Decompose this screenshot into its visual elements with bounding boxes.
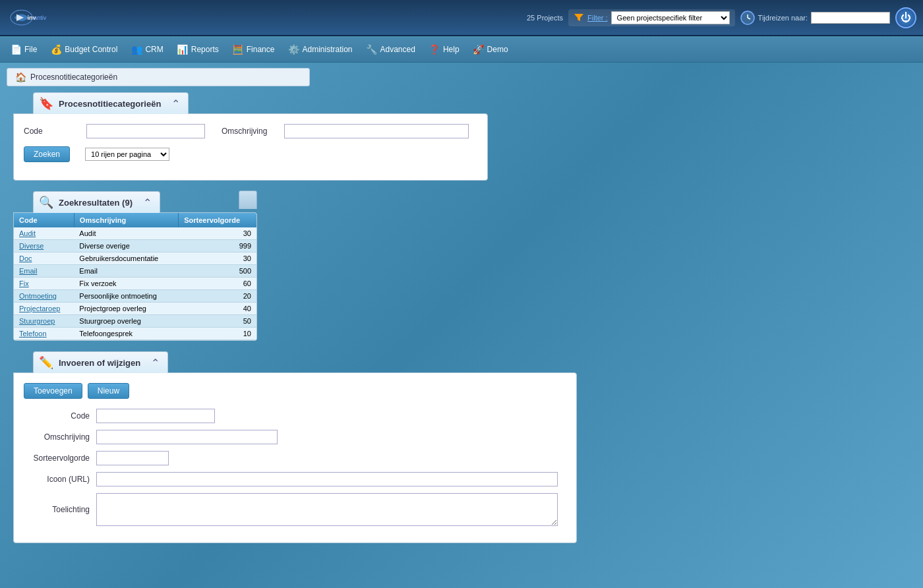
menu-item-budget-label: Budget Control: [65, 45, 117, 54]
main-content: 🔖 Procesnotitiecategorieën ⌃ Code Omschr…: [0, 92, 923, 566]
code-link[interactable]: Fix: [19, 279, 29, 287]
menu-bar: 📄 File 💰 Budget Control 👥 CRM 📊 Reports …: [0, 36, 923, 63]
results-table: Code Omschrijving Sorteervolgorde Audit …: [14, 213, 256, 340]
search-panel-collapse-btn[interactable]: ⌃: [171, 98, 180, 110]
menu-item-budget-control[interactable]: 💰 Budget Control: [44, 42, 124, 57]
edit-panel-wrapper: ✏️ Invoeren of wijzigen ⌃ Toevoegen Nieu…: [13, 351, 577, 543]
table-cell-code[interactable]: Doc: [14, 252, 74, 265]
table-cell-omschrijving: Diverse overige: [74, 240, 178, 252]
menu-item-file-label: File: [24, 45, 37, 54]
edit-row-omschrijving: Omschrijving: [24, 430, 566, 444]
table-cell-code[interactable]: Telefoon: [14, 328, 74, 340]
results-panel-wrapper: 🔍 Zoekresultaten (9) ⌃ Code Omschrijving…: [13, 191, 257, 341]
zoeken-button[interactable]: Zoeken: [24, 146, 70, 162]
edit-code-label: Code: [24, 411, 96, 421]
help-icon: ❓: [429, 44, 440, 55]
table-cell-code[interactable]: Projectaroep: [14, 303, 74, 315]
table-cell-sorteervolgorde: 40: [179, 303, 256, 315]
menu-item-help[interactable]: ❓ Help: [422, 42, 466, 57]
table-cell-code[interactable]: Ontmoeting: [14, 290, 74, 303]
table-cell-sorteervolgorde: 60: [179, 278, 256, 290]
edit-omschrijving-label: Omschrijving: [24, 432, 96, 442]
nieuw-button[interactable]: Nieuw: [88, 383, 129, 399]
edit-sorteervolgorde-input[interactable]: [96, 451, 169, 465]
search-panel-body: Code Omschrijving Zoeken 10 rijen per pa…: [13, 113, 488, 181]
menu-item-administration[interactable]: ⚙️ Administration: [281, 42, 359, 57]
table-cell-code[interactable]: Email: [14, 265, 74, 278]
logo-icon: inv antive: [7, 5, 46, 31]
table-cell-code[interactable]: Stuurgroep: [14, 315, 74, 328]
table-cell-code[interactable]: Fix: [14, 278, 74, 290]
svg-text:antive: antive: [34, 15, 46, 21]
edit-row-sorteervolgorde: Sorteervolgorde: [24, 451, 566, 465]
omschrijving-input[interactable]: [284, 124, 469, 138]
projects-count-label: 25 Projects: [527, 14, 563, 22]
results-tab-1[interactable]: [239, 191, 257, 209]
menu-item-crm[interactable]: 👥 CRM: [124, 42, 169, 57]
code-link[interactable]: Diverse: [19, 242, 44, 250]
edit-row-toelichting: Toelichting: [24, 493, 566, 526]
code-link[interactable]: Audit: [19, 229, 36, 237]
code-link[interactable]: Projectaroep: [19, 305, 60, 312]
table-cell-sorteervolgorde: 500: [179, 265, 256, 278]
table-cell-sorteervolgorde: 30: [179, 227, 256, 240]
logo-area: inv antive: [7, 5, 46, 31]
menu-item-crm-label: CRM: [145, 45, 163, 54]
omschrijving-label: Omschrijving: [222, 127, 274, 136]
edit-icoon-label: Icoon (URL): [24, 475, 96, 484]
power-button[interactable]: ⏻: [895, 7, 916, 28]
top-bar: inv antive 25 Projects Filter : Geen pro…: [0, 0, 923, 36]
edit-toelichting-label: Toelichting: [24, 505, 96, 514]
edit-omschrijving-input[interactable]: [96, 430, 278, 444]
col-header-sorteervolgorde: Sorteervolgorde: [179, 213, 256, 227]
table-row: Projectaroep Projectgroep overleg 40: [14, 303, 256, 315]
table-cell-omschrijving: Audit: [74, 227, 178, 240]
finance-icon: 🧮: [232, 44, 244, 55]
search-form-row-2: Zoeken 10 rijen per pagina 25 rijen per …: [24, 146, 477, 162]
edit-btn-row: Toevoegen Nieuw: [24, 383, 566, 399]
table-row: Telefoon Telefoongesprek 10: [14, 328, 256, 340]
menu-item-reports-label: Reports: [191, 45, 219, 54]
rows-per-page-select[interactable]: 10 rijen per pagina 25 rijen per pagina …: [85, 148, 169, 161]
code-link[interactable]: Stuurgroep: [19, 317, 55, 325]
advanced-icon: 🔧: [366, 44, 378, 55]
code-link[interactable]: Ontmoeting: [19, 292, 57, 300]
table-cell-sorteervolgorde: 10: [179, 328, 256, 340]
tijdreizen-area: Tijdreizen naar:: [740, 11, 890, 25]
menu-item-finance[interactable]: 🧮 Finance: [225, 42, 282, 57]
edit-toelichting-textarea[interactable]: [96, 493, 558, 526]
results-panel-header: 🔍 Zoekresultaten (9) ⌃: [33, 191, 160, 213]
code-link[interactable]: Email: [19, 267, 38, 275]
tijdreizen-input[interactable]: [811, 12, 890, 24]
menu-item-demo-label: Demo: [487, 45, 508, 54]
toevoegen-button[interactable]: Toevoegen: [24, 383, 82, 399]
table-row: Diverse Diverse overige 999: [14, 240, 256, 252]
edit-row-icoon: Icoon (URL): [24, 472, 566, 486]
table-cell-code[interactable]: Diverse: [14, 240, 74, 252]
filter-select[interactable]: Geen projectspecifiek filter: [611, 11, 730, 24]
filter-link[interactable]: Filter :: [587, 14, 608, 22]
menu-item-file[interactable]: 📄 File: [3, 42, 44, 57]
table-cell-code[interactable]: Audit: [14, 227, 74, 240]
filter-area: Filter : Geen projectspecifiek filter: [568, 9, 735, 26]
edit-icoon-input[interactable]: [96, 472, 558, 486]
col-header-code: Code: [14, 213, 74, 227]
table-row: Doc Gebruikersdocumentatie 30: [14, 252, 256, 265]
crm-icon: 👥: [131, 44, 142, 55]
table-cell-sorteervolgorde: 50: [179, 315, 256, 328]
edit-panel-collapse-btn[interactable]: ⌃: [151, 357, 160, 369]
tijdreizen-label: Tijdreizen naar:: [758, 14, 808, 22]
edit-row-code: Code: [24, 409, 566, 423]
edit-code-input[interactable]: [96, 409, 215, 423]
menu-item-advanced[interactable]: 🔧 Advanced: [359, 42, 422, 57]
menu-item-reports[interactable]: 📊 Reports: [170, 42, 225, 57]
search-panel-wrapper: 🔖 Procesnotitiecategorieën ⌃ Code Omschr…: [13, 92, 488, 181]
menu-item-demo[interactable]: 🚀 Demo: [466, 42, 515, 57]
results-collapse-btn[interactable]: ⌃: [143, 196, 152, 209]
table-header-row: Code Omschrijving Sorteervolgorde: [14, 213, 256, 227]
top-right-area: 25 Projects Filter : Geen projectspecifi…: [527, 7, 916, 28]
code-input[interactable]: [86, 124, 205, 138]
code-link[interactable]: Doc: [19, 254, 32, 262]
table-cell-sorteervolgorde: 999: [179, 240, 256, 252]
code-link[interactable]: Telefoon: [19, 330, 47, 338]
